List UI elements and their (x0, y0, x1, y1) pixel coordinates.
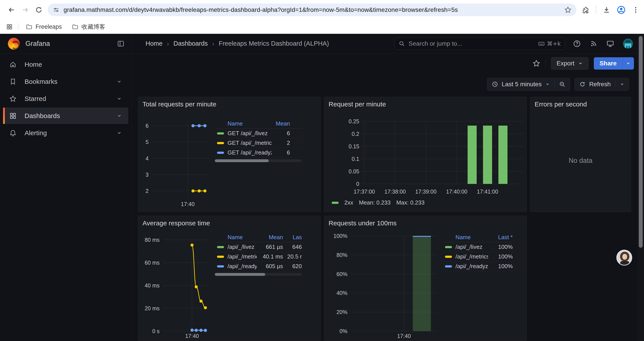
browser-forward-button[interactable] (18, 3, 32, 17)
bookmark-star-icon[interactable] (564, 6, 572, 14)
scrollbar-thumb[interactable] (639, 36, 643, 248)
dashboard-canvas: Total requests per minute6543217:40NameM… (132, 95, 644, 341)
legend-row[interactable]: GET /api/_/metrics2 (215, 138, 302, 148)
export-button[interactable]: Export (551, 57, 588, 70)
legend-row[interactable]: /api/_/readyz605 µs620 (215, 261, 302, 271)
sidebar-item-label: Alerting (24, 129, 47, 137)
legend-row[interactable]: /api/_/livez100% (443, 242, 513, 252)
legend-hscrollbar[interactable] (215, 159, 302, 162)
search-icon (398, 40, 405, 47)
share-button[interactable]: Share (594, 57, 622, 70)
help-icon[interactable] (573, 40, 581, 48)
forward-icon (22, 6, 29, 14)
breadcrumb-separator: › (212, 40, 214, 47)
legend-hscroll-thumb[interactable] (215, 273, 265, 276)
bookmark-folder[interactable]: 收藏博客 (70, 22, 108, 32)
sidebar-item-bookmarks[interactable]: Bookmarks (3, 73, 128, 90)
svg-text:17:40: 17:40 (181, 201, 195, 207)
news-rss-icon[interactable] (590, 40, 598, 48)
legend-header-mean[interactable]: Mean (272, 120, 290, 127)
legend-value: 20.5 r (283, 253, 302, 260)
legend-table: NameMeanLas/api/_/livez661 µs646/api/_/m… (215, 233, 302, 276)
svg-text:17:37:00: 17:37:00 (354, 188, 375, 195)
svg-text:0 s: 0 s (152, 328, 160, 334)
legend-row[interactable]: GET /api/_/livez6 (215, 129, 302, 138)
svg-text:20%: 20% (336, 309, 348, 315)
legend-inline[interactable]: 2xxMean: 0.233Max: 0.233 (332, 199, 424, 206)
breadcrumb-separator: › (167, 40, 169, 47)
legend-row[interactable]: /api/_/readyz100% (443, 261, 513, 271)
profile-icon[interactable] (617, 6, 626, 14)
sidebar-toggle-icon[interactable] (117, 40, 125, 48)
panel-title[interactable]: Average response time (142, 219, 210, 227)
legend-header-mean[interactable]: Mean (257, 234, 283, 241)
address-bar[interactable]: grafana.mathmast.com/d/deytv4rwavabkb/fr… (48, 4, 576, 16)
bookmark-folder[interactable]: Freeleaps (24, 22, 64, 32)
downloads-icon[interactable] (603, 6, 610, 14)
series-label: /api/_/metrics (228, 253, 257, 260)
breadcrumb-item[interactable]: Freeleaps Metrics Dashboard (ALPHA) (219, 40, 329, 47)
legend-row[interactable]: /api/_/metrics100% (443, 252, 513, 261)
legend-row[interactable]: GET /api/_/readyz6 (215, 148, 302, 158)
browser-actions (582, 6, 639, 14)
apps-grid-icon[interactable] (6, 24, 13, 30)
legend-hscrollbar[interactable] (215, 273, 302, 276)
svg-text:0.15: 0.15 (348, 143, 359, 149)
breadcrumb-item[interactable]: Dashboards (174, 40, 208, 47)
time-range-button[interactable]: Last 5 minutes (487, 78, 554, 90)
chart-plot[interactable]: 0.250.20.150.10.05017:37:0017:38:0017:39… (324, 97, 527, 212)
header-icon-group (573, 39, 633, 49)
breadcrumb-item[interactable]: Home (146, 40, 162, 47)
browser-menu-icon[interactable] (632, 6, 639, 14)
legend-value: 605 µs (257, 263, 283, 270)
search-input[interactable]: Search or jump to... ⌘+k (394, 38, 565, 50)
svg-text:6: 6 (146, 123, 148, 129)
panel-average-response-time: Average response time80 ms60 ms40 ms20 m… (138, 216, 321, 341)
legend-hscroll-thumb[interactable] (215, 159, 269, 162)
legend-row[interactable]: /api/_/livez661 µs646 (215, 242, 302, 252)
legend-value: 6 (272, 130, 290, 137)
sidebar-item-starred[interactable]: Starred (3, 90, 128, 107)
legend-header-name[interactable]: Name (443, 234, 488, 241)
series-label: /api/_/livez (228, 244, 254, 250)
svg-text:2: 2 (146, 188, 148, 194)
user-avatar[interactable] (623, 39, 633, 49)
share-menu-button[interactable] (622, 57, 634, 70)
svg-text:60 ms: 60 ms (145, 260, 160, 266)
page-scrollbar[interactable] (638, 34, 644, 341)
time-range-picker: Last 5 minutes (487, 78, 570, 91)
legend-value: 2 (272, 140, 290, 146)
floating-assistant-avatar[interactable] (616, 250, 632, 265)
panel-title[interactable]: Total requests per minute (142, 101, 216, 108)
actions-divider (546, 59, 546, 68)
monitor-icon[interactable] (606, 40, 614, 48)
legend-value: 620 (283, 263, 302, 270)
refresh-interval-button[interactable] (615, 78, 629, 90)
extensions-icon[interactable] (582, 6, 589, 14)
legend-value: 661 µs (257, 244, 283, 250)
panel-title[interactable]: Errors per second (534, 101, 587, 108)
panel-title[interactable]: Request per minute (328, 101, 386, 108)
sidebar-item-alerting[interactable]: Alerting (3, 125, 128, 141)
grafana-header-right: Home›Dashboards›Freeleaps Metrics Dashbo… (132, 34, 644, 53)
legend-series-name: /api/_/metrics (215, 253, 257, 260)
sidebar-item-home[interactable]: Home (3, 56, 128, 73)
sidebar-item-dashboards[interactable]: Dashboards (3, 108, 128, 124)
legend-row[interactable]: /api/_/metrics40.1 ms20.5 r (215, 252, 302, 261)
browser-toolbar: grafana.mathmast.com/d/deytv4rwavabkb/fr… (0, 0, 644, 20)
star-dashboard-icon[interactable] (532, 60, 540, 67)
toolbar-divider (596, 6, 596, 14)
zoom-out-button[interactable] (554, 78, 570, 90)
grafana-logo[interactable] (8, 38, 20, 50)
refresh-button[interactable]: Refresh (575, 78, 615, 90)
chevron-down-icon (578, 61, 583, 66)
panel-title[interactable]: Requests under 100ms (328, 219, 396, 227)
legend-header-las[interactable]: Las (283, 234, 302, 241)
browser-reload-button[interactable] (32, 3, 46, 17)
legend-header-name[interactable]: Name (215, 234, 257, 241)
legend-header-name[interactable]: Name (215, 120, 272, 127)
legend-header-label: Name (228, 234, 243, 241)
legend-header-last[interactable]: Last * (488, 234, 513, 241)
chevron-down-icon (116, 130, 122, 136)
browser-back-button[interactable] (5, 3, 18, 17)
